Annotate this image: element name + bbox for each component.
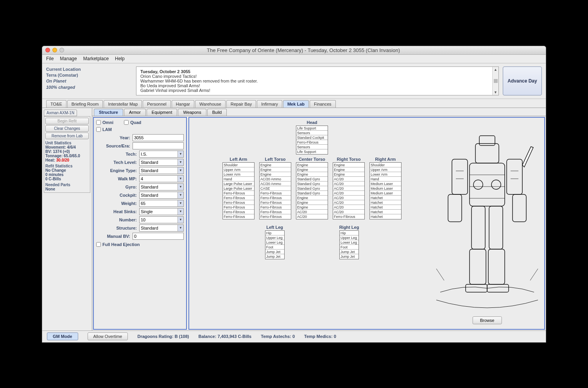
crit-slot[interactable]: Hip: [340, 231, 359, 235]
crit-slot[interactable]: Ferro-Fibrous: [260, 196, 291, 200]
year-input[interactable]: [133, 134, 184, 141]
crit-slot[interactable]: Ferro-Fibrous: [260, 210, 291, 214]
crit-slot[interactable]: Ferro-Fibrous: [223, 205, 254, 210]
crit-slot[interactable]: Ferro-Fibrous: [223, 191, 254, 196]
main-tab-interstellar-map[interactable]: Interstellar Map: [104, 100, 142, 108]
crit-slot[interactable]: Jump Jet: [265, 250, 284, 254]
cockpit-select[interactable]: Standard: [139, 192, 184, 199]
crit-slot[interactable]: AC/20: [296, 210, 328, 214]
main-tab-warehouse[interactable]: Warehouse: [195, 100, 226, 108]
crit-slot[interactable]: Hatchet: [370, 205, 401, 210]
crit-slot[interactable]: Lower Arm: [223, 172, 254, 177]
engine-select[interactable]: Standard: [139, 167, 184, 174]
sub-tab-armor[interactable]: Armor: [124, 109, 146, 116]
crit-slot[interactable]: AC/20: [333, 196, 364, 200]
source-input[interactable]: [133, 142, 184, 149]
crit-slot[interactable]: AC/20: [333, 181, 364, 186]
crit-slot[interactable]: Upper Arm: [370, 167, 401, 172]
crit-slot[interactable]: Engine: [333, 172, 364, 177]
crit-slot[interactable]: Ferro-Fibrous: [260, 214, 291, 219]
minimize-icon[interactable]: [52, 48, 57, 52]
crit-slot[interactable]: Engine: [296, 163, 328, 167]
allow-overtime-button[interactable]: Allow Overtime: [88, 332, 128, 340]
crit-slot[interactable]: AC/20 Ammo: [260, 177, 291, 181]
manual-bv-input[interactable]: [133, 233, 184, 240]
crit-slot[interactable]: Lower Leg: [340, 240, 359, 245]
crit-slot[interactable]: Engine: [296, 200, 328, 205]
crit-slot[interactable]: Ferro-Fibrous: [260, 205, 291, 210]
crit-slot[interactable]: Lower Leg: [265, 240, 284, 245]
crit-slot[interactable]: Ferro-Fibrous: [260, 191, 291, 196]
crit-slot[interactable]: Standard Gyro: [296, 186, 328, 191]
crit-slot[interactable]: AC/20: [333, 177, 364, 181]
crit-slot[interactable]: Medium Laser: [370, 186, 401, 191]
sub-tab-weapons[interactable]: Weapons: [178, 109, 206, 116]
crit-slot[interactable]: Upper Arm: [223, 167, 254, 172]
crit-slot[interactable]: Jump Jet: [265, 254, 284, 259]
begin-refit-button[interactable]: Begin Refit: [45, 118, 89, 124]
heatsinks-select[interactable]: Single: [139, 208, 184, 215]
crit-slot[interactable]: Standard Gyro: [296, 181, 328, 186]
crit-slot[interactable]: Hatchet: [370, 200, 401, 205]
hs-number-select[interactable]: 10: [139, 216, 184, 223]
crit-slot[interactable]: AC/20: [333, 191, 364, 196]
structure-select[interactable]: Standard: [139, 225, 184, 232]
crit-slot[interactable]: Standard Gyro: [296, 177, 328, 181]
crit-slot[interactable]: AC/20: [333, 200, 364, 205]
crit-slot[interactable]: AC/20: [333, 210, 364, 214]
crit-slot[interactable]: Ferro-Fibrous: [223, 196, 254, 200]
crit-slot[interactable]: Sensors: [296, 145, 328, 149]
sub-tab-build[interactable]: Build: [207, 109, 227, 116]
crit-slot[interactable]: Engine: [260, 172, 291, 177]
crit-slot[interactable]: Engine: [296, 172, 328, 177]
sub-tab-equipment[interactable]: Equipment: [147, 109, 177, 116]
crit-slot[interactable]: AC/20: [333, 186, 364, 191]
lam-checkbox[interactable]: LAM: [96, 127, 112, 132]
crit-slot[interactable]: AC/20: [296, 214, 328, 219]
crit-slot[interactable]: Lower Arm: [370, 172, 401, 177]
main-tab-to-e[interactable]: TO&E: [46, 100, 66, 108]
crit-slot[interactable]: Engine: [260, 167, 291, 172]
browse-button[interactable]: Browse: [473, 316, 502, 324]
crit-slot[interactable]: AC/20: [333, 205, 364, 210]
crit-slot[interactable]: Engine: [333, 163, 364, 167]
main-tab-infirmary[interactable]: Infirmary: [257, 100, 282, 108]
omni-checkbox[interactable]: Omni: [96, 120, 113, 125]
gm-mode-button[interactable]: GM Mode: [47, 332, 78, 340]
menu-marketplace[interactable]: Marketplace: [83, 56, 109, 61]
crit-slot[interactable]: Engine: [296, 196, 328, 200]
main-tab-repair-bay[interactable]: Repair Bay: [226, 100, 256, 108]
crit-slot[interactable]: Jump Jet: [340, 250, 359, 254]
crit-slot[interactable]: Foot: [340, 245, 359, 250]
crit-slot[interactable]: Foot: [265, 245, 284, 250]
crit-slot[interactable]: Life Support: [296, 149, 328, 154]
weight-select[interactable]: 65: [139, 200, 184, 207]
main-tab-hangar[interactable]: Hangar: [172, 100, 194, 108]
crit-slot[interactable]: AC/20 Ammo: [260, 181, 291, 186]
main-tab-finances[interactable]: Finances: [310, 100, 336, 108]
crit-slot[interactable]: Engine: [296, 205, 328, 210]
crit-slot[interactable]: Hatchet: [370, 210, 401, 214]
main-tab-mek-lab[interactable]: Mek Lab: [283, 100, 309, 108]
crit-slot[interactable]: Hand: [370, 177, 401, 181]
crit-slot[interactable]: Medium Laser: [370, 181, 401, 186]
main-tab-personnel[interactable]: Personnel: [143, 100, 171, 108]
crit-slot[interactable]: Ferro-Fibrous: [260, 200, 291, 205]
crit-slot[interactable]: Shoulder: [370, 163, 401, 167]
scroll-thumb[interactable]: [494, 79, 498, 83]
tech-select[interactable]: I.S.: [139, 151, 184, 158]
walkmp-select[interactable]: 4: [139, 175, 184, 182]
scroll-down-icon[interactable]: ▼: [494, 90, 497, 94]
crit-slot[interactable]: Ferro-Fibrous: [333, 214, 364, 219]
gyro-select[interactable]: Standard: [139, 183, 184, 190]
log-scrollbar[interactable]: ▲ ▼: [492, 67, 498, 95]
crit-slot[interactable]: Hip: [265, 231, 284, 235]
crit-slot[interactable]: Ferro-Fibrous: [223, 200, 254, 205]
full-head-ejection-checkbox[interactable]: Full Head Ejection: [96, 242, 140, 247]
remove-from-lab-button[interactable]: Remove from Lab: [45, 133, 89, 139]
main-tab-briefing-room[interactable]: Briefing Room: [67, 100, 103, 108]
sub-tab-structure[interactable]: Structure: [94, 109, 123, 116]
crit-slot[interactable]: Engine: [296, 167, 328, 172]
close-icon[interactable]: [45, 48, 50, 52]
crit-slot[interactable]: Medium Laser: [370, 191, 401, 196]
